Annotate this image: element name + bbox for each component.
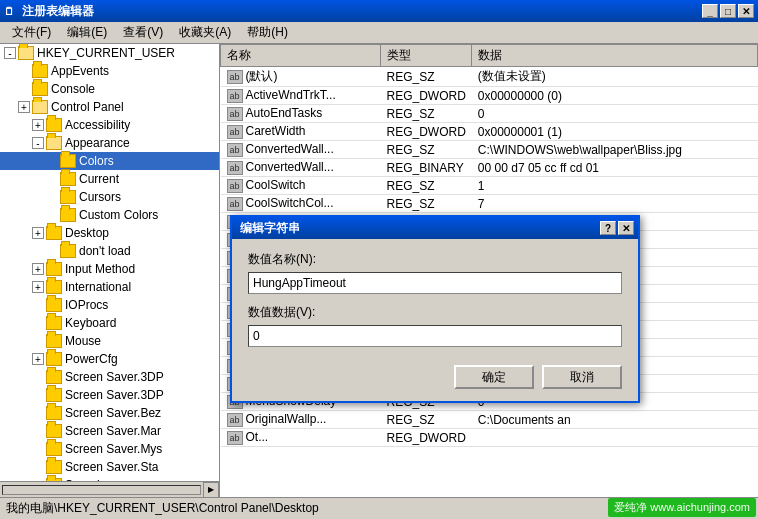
cancel-button[interactable]: 取消 (542, 365, 622, 389)
tree-item[interactable]: Keyboard (0, 314, 219, 332)
field-data-input[interactable] (248, 325, 622, 347)
confirm-button[interactable]: 确定 (454, 365, 534, 389)
tree-item-label: Screen Saver.Bez (65, 406, 161, 420)
tree-toggle-icon[interactable]: - (4, 47, 16, 59)
tree-item[interactable]: +International (0, 278, 219, 296)
tree-toggle-icon[interactable]: + (18, 101, 30, 113)
tree-item-label: Keyboard (65, 316, 116, 330)
tree-item[interactable]: -Appearance (0, 134, 219, 152)
minimize-button[interactable]: _ (702, 4, 718, 18)
table-cell-type: REG_BINARY (381, 159, 472, 177)
reg-icon: ab (227, 413, 243, 427)
tree-item[interactable]: Custom Colors (0, 206, 219, 224)
col-data-header: 数据 (472, 45, 758, 67)
table-row[interactable]: abOriginalWallp...REG_SZC:\Documents an (221, 411, 758, 429)
dialog-content: 数值名称(N): 数值数据(V): 确定 取消 (232, 239, 638, 401)
tree-item-label: Colors (79, 154, 114, 168)
tree-item-label: Mouse (65, 334, 101, 348)
table-row[interactable]: abCoolSwitchCol...REG_SZ7 (221, 195, 758, 213)
dialog-help-button[interactable]: ? (600, 221, 616, 235)
title-bar-buttons: _ □ ✕ (702, 4, 754, 18)
tree-item[interactable]: Cursors (0, 188, 219, 206)
tree-item[interactable]: Screen Saver.Mys (0, 440, 219, 458)
tree-item[interactable]: Colors (0, 152, 219, 170)
dialog-buttons: 确定 取消 (248, 365, 622, 389)
tree-toggle-icon[interactable]: + (32, 353, 44, 365)
dialog-titlebar-buttons: ? ✕ (600, 221, 634, 235)
table-cell-name: abOriginalWallp... (221, 411, 381, 429)
tree-item[interactable]: +Input Method (0, 260, 219, 278)
table-row[interactable]: abConvertedWall...REG_SZC:\WINDOWS\web\w… (221, 141, 758, 159)
table-cell-data: C:\Documents an (472, 411, 758, 429)
field-name-input[interactable] (248, 272, 622, 294)
menu-favorites[interactable]: 收藏夹(A) (171, 22, 239, 43)
tree-item[interactable]: AppEvents (0, 62, 219, 80)
tree-item[interactable]: IOProcs (0, 296, 219, 314)
tree-item[interactable]: Screen Saver.Mar (0, 422, 219, 440)
table-cell-data: 1 (472, 177, 758, 195)
tree-item[interactable]: +Accessibility (0, 116, 219, 134)
menu-view[interactable]: 查看(V) (115, 22, 171, 43)
tree-item-label: Current (79, 172, 119, 186)
table-cell-data: 0x00000001 (1) (472, 123, 758, 141)
table-row[interactable]: abActiveWndTrkT...REG_DWORD0x00000000 (0… (221, 87, 758, 105)
menu-file[interactable]: 文件(F) (4, 22, 59, 43)
table-cell-type: REG_DWORD (381, 87, 472, 105)
table-cell-type: REG_SZ (381, 177, 472, 195)
folder-icon (46, 406, 62, 420)
folder-icon (46, 460, 62, 474)
table-cell-data: (数值未设置) (472, 67, 758, 87)
tree-item[interactable]: Current (0, 170, 219, 188)
menu-help[interactable]: 帮助(H) (239, 22, 296, 43)
table-row[interactable]: abAutoEndTasksREG_SZ0 (221, 105, 758, 123)
table-row[interactable]: abOt...REG_DWORD (221, 429, 758, 447)
tree-item[interactable]: +Desktop (0, 224, 219, 242)
close-button[interactable]: ✕ (738, 4, 754, 18)
folder-icon (60, 172, 76, 186)
tree-item[interactable]: don't load (0, 242, 219, 260)
reg-icon: ab (227, 161, 243, 175)
tree-item[interactable]: Screen Saver.3DP (0, 368, 219, 386)
tree-item-label: Console (51, 82, 95, 96)
table-cell-data (472, 429, 758, 447)
tree-item[interactable]: Mouse (0, 332, 219, 350)
table-cell-data: 7 (472, 195, 758, 213)
tree-toggle-icon[interactable]: + (32, 263, 44, 275)
reg-icon: ab (227, 197, 243, 211)
reg-icon: ab (227, 70, 243, 84)
table-row[interactable]: abConvertedWall...REG_BINARY00 00 d7 05 … (221, 159, 758, 177)
table-cell-name: abCaretWidth (221, 123, 381, 141)
tree-toggle-icon[interactable]: + (32, 119, 44, 131)
table-row[interactable]: abCoolSwitchREG_SZ1 (221, 177, 758, 195)
reg-icon: ab (227, 179, 243, 193)
folder-icon (60, 190, 76, 204)
table-cell-data: 0 (472, 105, 758, 123)
tree-item[interactable]: Console (0, 80, 219, 98)
reg-icon: ab (227, 143, 243, 157)
menu-edit[interactable]: 编辑(E) (59, 22, 115, 43)
tree-item[interactable]: +PowerCfg (0, 350, 219, 368)
table-cell-name: abOt... (221, 429, 381, 447)
table-cell-name: abConvertedWall... (221, 159, 381, 177)
tree-item[interactable]: Screen Saver.3DP (0, 386, 219, 404)
tree-item-label: Cursors (79, 190, 121, 204)
tree-item[interactable]: +Control Panel (0, 98, 219, 116)
folder-icon (46, 442, 62, 456)
tree-item-label: AppEvents (51, 64, 109, 78)
tree-item-label: PowerCfg (65, 352, 118, 366)
tree-toggle-icon[interactable]: + (32, 281, 44, 293)
maximize-button[interactable]: □ (720, 4, 736, 18)
table-row[interactable]: abCaretWidthREG_DWORD0x00000001 (1) (221, 123, 758, 141)
tree-item-label: Screen Saver.3DP (65, 370, 164, 384)
tree-toggle-icon[interactable]: + (32, 227, 44, 239)
dialog-close-button[interactable]: ✕ (618, 221, 634, 235)
tree-item-label: HKEY_CURRENT_USER (37, 46, 175, 60)
watermark: 爱纯净 www.aichunjing.com (608, 498, 756, 517)
tree-toggle-icon[interactable]: - (32, 137, 44, 149)
table-row[interactable]: ab(默认)REG_SZ(数值未设置) (221, 67, 758, 87)
edit-dialog[interactable]: 编辑字符串 ? ✕ 数值名称(N): 数值数据(V): 确定 取消 (230, 215, 640, 403)
tree-item[interactable]: -HKEY_CURRENT_USER (0, 44, 219, 62)
table-cell-name: abActiveWndTrkT... (221, 87, 381, 105)
tree-item[interactable]: Screen Saver.Sta (0, 458, 219, 476)
tree-item[interactable]: Screen Saver.Bez (0, 404, 219, 422)
